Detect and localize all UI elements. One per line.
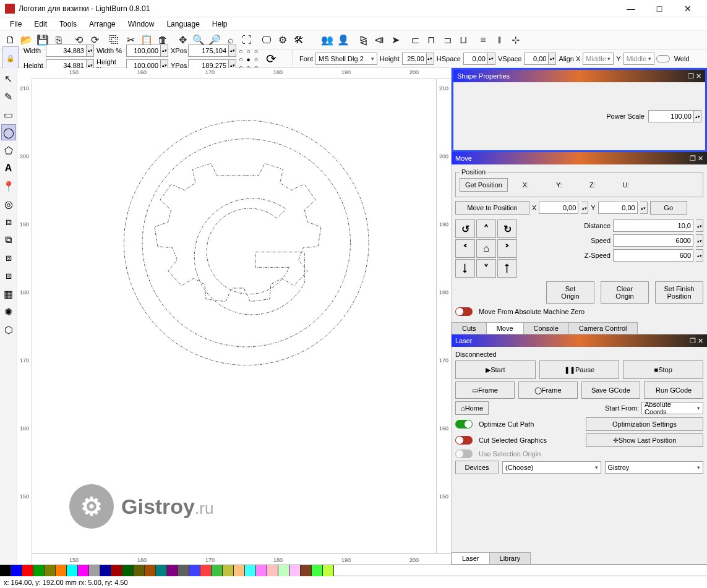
speed-input[interactable] (613, 234, 693, 247)
menu-language[interactable]: Language (160, 19, 205, 30)
flip-v-icon[interactable]: ⧏ (372, 33, 387, 48)
close-button[interactable]: ✕ (674, 0, 702, 17)
stop-button[interactable]: ■ Stop (623, 360, 703, 379)
panel-undock-icon[interactable]: ❐ (690, 337, 696, 345)
grid-tool-icon[interactable]: ▦ (1, 286, 16, 302)
panel-undock-icon[interactable]: ❐ (690, 155, 696, 163)
boolean-d-icon[interactable]: ⧆ (1, 268, 16, 284)
radial-tool-icon[interactable]: ✺ (1, 304, 16, 320)
distance-input[interactable] (613, 219, 693, 232)
jog-up-button[interactable]: ˄ (476, 219, 496, 238)
color-swatch[interactable] (33, 565, 45, 576)
font-select[interactable]: MS Shell Dlg 2 (315, 53, 377, 65)
menu-file[interactable]: File (4, 19, 28, 30)
go-button[interactable]: Go (650, 201, 687, 215)
move-y-input[interactable] (598, 202, 638, 214)
maximize-button[interactable]: □ (645, 0, 674, 17)
set-origin-button[interactable]: Set Origin (546, 281, 594, 304)
power-scale-input[interactable] (648, 110, 694, 122)
get-position-button[interactable]: Get Position (460, 178, 508, 192)
color-swatch[interactable] (256, 565, 267, 576)
color-swatch[interactable] (56, 565, 67, 576)
hspace-input[interactable] (463, 53, 488, 65)
shape-properties-header[interactable]: Shape Properties ❐✕ (453, 70, 705, 82)
polygon-tool-icon[interactable]: ⬠ (1, 142, 16, 158)
text-tool-icon[interactable]: A (1, 160, 16, 176)
color-swatch[interactable] (178, 565, 189, 576)
menu-help[interactable]: Help (206, 19, 234, 30)
xpos-input[interactable] (188, 45, 229, 57)
draw-line-tool-icon[interactable]: ✎ (1, 88, 16, 104)
select-tool-icon[interactable]: ↖ (1, 70, 16, 87)
ungroup-icon[interactable]: 👤 (336, 33, 351, 48)
jog-ccw-button[interactable]: ↺ (455, 219, 475, 238)
distance-spinner[interactable]: ▴▾ (696, 219, 703, 232)
alignx-select[interactable]: Middle (583, 53, 614, 65)
width-input[interactable] (46, 45, 87, 57)
color-swatch[interactable] (267, 565, 278, 576)
width-spinner[interactable]: ▴▾ (87, 45, 94, 57)
flip-h-icon[interactable]: ⧎ (356, 33, 371, 48)
move-x-spinner[interactable]: ▴▾ (581, 202, 588, 214)
frame-rubber-button[interactable]: ◯ Frame (518, 381, 578, 399)
new-icon[interactable]: 🗋 (3, 33, 18, 48)
color-swatch[interactable] (22, 565, 33, 576)
color-swatch[interactable] (100, 565, 111, 576)
color-swatch[interactable] (223, 565, 234, 576)
jog-right-button[interactable]: ˃ (497, 239, 517, 258)
boolean-c-icon[interactable]: ⧇ (1, 250, 16, 266)
optimize-toggle[interactable] (455, 420, 473, 428)
tab-camera[interactable]: Camera Control (568, 322, 638, 334)
origin-icon[interactable]: ⊹ (508, 33, 523, 48)
tab-laser[interactable]: Laser (452, 552, 490, 564)
minimize-button[interactable]: — (617, 0, 645, 17)
panel-undock-icon[interactable]: ❐ (688, 72, 694, 80)
move-header[interactable]: Move ❐✕ (452, 152, 707, 164)
color-swatch[interactable] (156, 565, 167, 576)
rect-tool-icon[interactable]: ▭ (1, 106, 16, 122)
zspeed-spinner[interactable]: ▴▾ (696, 249, 703, 262)
hspace-spinner[interactable]: ▴▾ (488, 53, 495, 65)
dist-h-icon[interactable]: ≡ (476, 33, 491, 48)
jog-cw-button[interactable]: ↻ (497, 219, 517, 238)
offset-tool-icon[interactable]: ◎ (1, 196, 16, 212)
color-swatch[interactable] (167, 565, 178, 576)
align-r-icon[interactable]: ⊐ (440, 33, 455, 48)
laser-header[interactable]: Laser ❐✕ (452, 334, 707, 347)
aligny-select[interactable]: Middle (623, 53, 654, 65)
color-swatch[interactable] (11, 565, 22, 576)
jog-left-button[interactable]: ˂ (455, 239, 475, 258)
tab-move[interactable]: Move (486, 322, 524, 334)
boolean-a-icon[interactable]: ⧈ (1, 214, 16, 230)
devices-button[interactable]: Devices (455, 461, 499, 474)
run-gcode-button[interactable]: Run GCode (644, 381, 703, 399)
cut-selected-toggle[interactable] (455, 436, 473, 445)
start-from-select[interactable]: Absolute Coords (641, 402, 703, 414)
logo-shape[interactable] (32, 79, 436, 553)
color-swatch[interactable] (301, 565, 312, 576)
color-swatch[interactable] (289, 565, 301, 576)
use-selection-origin-toggle[interactable] (455, 450, 473, 458)
color-swatch[interactable] (312, 565, 323, 576)
jog-zup-button[interactable]: ⭡ (497, 259, 517, 278)
color-swatch[interactable] (323, 565, 334, 576)
menu-window[interactable]: Window (122, 19, 161, 30)
color-swatch[interactable] (122, 565, 134, 576)
color-swatch[interactable] (234, 565, 245, 576)
xpos-spinner[interactable]: ▴▾ (229, 45, 236, 57)
home-button[interactable]: ⌂ Home (455, 401, 489, 415)
color-swatch[interactable] (45, 565, 56, 576)
set-finish-button[interactable]: Set Finish Position (655, 281, 703, 304)
menu-tools[interactable]: Tools (53, 19, 83, 30)
show-last-position-button[interactable]: ✛ Show Last Position (586, 433, 703, 447)
power-scale-spinner[interactable]: ▴▾ (694, 110, 701, 122)
pause-button[interactable]: ❚❚ Pause (539, 360, 620, 379)
send-icon[interactable]: ➤ (388, 33, 403, 48)
color-swatch[interactable] (200, 565, 212, 576)
rotate-icon[interactable]: ⟳ (266, 51, 276, 66)
jog-home-button[interactable]: ⌂ (476, 239, 496, 258)
widthp-spinner[interactable]: ▴▾ (161, 45, 168, 57)
align-t-icon[interactable]: ⊔ (456, 33, 471, 48)
tab-cuts[interactable]: Cuts (452, 322, 487, 334)
menu-edit[interactable]: Edit (28, 19, 53, 30)
